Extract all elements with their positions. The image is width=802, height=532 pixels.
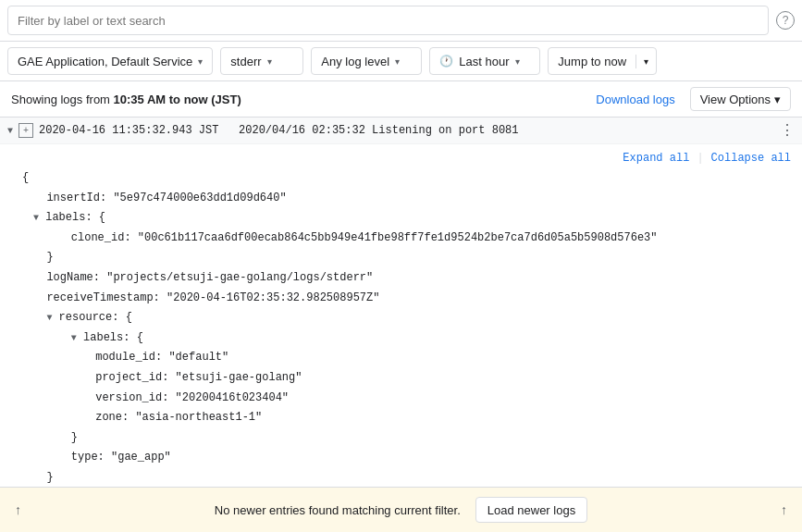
service-chevron-icon: ▾ [198,56,203,67]
json-line-5: logName: "projects/etsuji-gae-golang/log… [22,268,802,289]
jump-to-now-label: Jump to now [549,55,636,68]
lasthour-dropdown[interactable]: 🕐 Last hour ▾ [429,47,540,75]
showing-logs-text: Showing logs from 10:35 AM to now (JST) [11,93,241,106]
info-bar: Showing logs from 10:35 AM to now (JST) … [0,81,802,118]
log-content: ▼ + 2020-04-16 11:35:32.943 JST 2020/04/… [0,118,802,487]
json-line-8[interactable]: ▼ labels: { [22,328,802,349]
json-line-6: receiveTimestamp: "2020-04-16T02:35:32.9… [22,289,802,309]
view-options-label: View Options [700,93,771,106]
view-options-button[interactable]: View Options ▾ [690,87,791,111]
log-entry-header[interactable]: ▼ + 2020-04-16 11:35:32.943 JST 2020/04/… [0,118,802,144]
info-bar-right: Download logs View Options ▾ [596,87,791,111]
time-range: 10:35 AM to now (JST) [114,93,241,106]
collapse-icon[interactable]: ▼ [7,126,13,136]
service-label: GAE Application, Default Service [18,55,192,68]
download-logs-link[interactable]: Download logs [596,93,674,106]
loglevel-dropdown[interactable]: Any log level ▾ [311,47,422,75]
json-line-0: { [22,168,802,189]
json-line-13: } [22,428,802,449]
jump-to-now-button[interactable]: Jump to now ▾ [548,47,657,75]
log-json-container: Expand all | Collapse all { insertId: "5… [0,144,802,487]
filter-bar: ? [0,0,802,42]
json-line-2[interactable]: ▼ labels: { [22,208,802,229]
load-newer-button[interactable]: Load newer logs [475,497,587,523]
bottom-bar: ↑ No newer entries found matching curren… [0,487,802,532]
json-line-10: project_id: "etsuji-gae-golang" [22,368,802,389]
more-vert-icon[interactable]: ⋮ [780,121,795,140]
loglevel-chevron-icon: ▾ [395,56,400,67]
help-icon[interactable]: ? [776,11,795,30]
log-entry-text: 2020-04-16 11:35:32.943 JST 2020/04/16 0… [39,124,772,137]
json-line-4: } [22,248,802,268]
loglevel-label: Any log level [321,55,389,68]
json-line-1: insertId: "5e97c474000e63dd1d09d640" [22,189,802,209]
clock-icon: 🕐 [439,55,453,68]
scroll-up-left-icon[interactable]: ↑ [15,502,21,517]
expand-plus-icon[interactable]: + [19,123,33,138]
expand-all-link[interactable]: Expand all [623,152,689,165]
controls-bar: GAE Application, Default Service ▾ stder… [0,42,802,81]
json-line-15: } [22,468,802,487]
bottom-bar-center: No newer entries found matching current … [21,497,781,523]
json-line-14: type: "gae_app" [22,448,802,468]
json-expand-collapse: Expand all | Collapse all [22,148,802,168]
jump-to-now-chevron-icon: ▾ [636,56,656,67]
json-line-7[interactable]: ▼ resource: { [22,308,802,328]
info-bar-left: Showing logs from 10:35 AM to now (JST) [11,93,241,106]
divider: | [697,152,703,165]
scroll-up-right-icon[interactable]: ↑ [781,502,787,517]
stderr-dropdown[interactable]: stderr ▾ [220,47,303,75]
stderr-label: stderr [230,55,261,68]
collapse-all-link[interactable]: Collapse all [711,152,791,165]
json-line-9: module_id: "default" [22,348,802,368]
json-line-11: version_id: "20200416t023404" [22,389,802,409]
view-options-chevron-icon: ▾ [774,93,781,106]
filter-input[interactable] [7,6,769,35]
log-message: 2020/04/16 02:35:32 Listening on port 80… [239,124,518,137]
log-timestamp: 2020-04-16 11:35:32.943 JST [39,124,218,137]
json-line-12: zone: "asia-northeast1-1" [22,408,802,428]
lasthour-chevron-icon: ▾ [515,56,520,67]
no-entries-text: No newer entries found matching current … [215,503,461,517]
json-line-3: clone_id: "00c61b117caa6df00ecab864c5bb9… [22,229,802,249]
service-dropdown[interactable]: GAE Application, Default Service ▾ [7,47,213,75]
stderr-chevron-icon: ▾ [267,56,272,67]
lasthour-label: Last hour [459,55,509,68]
